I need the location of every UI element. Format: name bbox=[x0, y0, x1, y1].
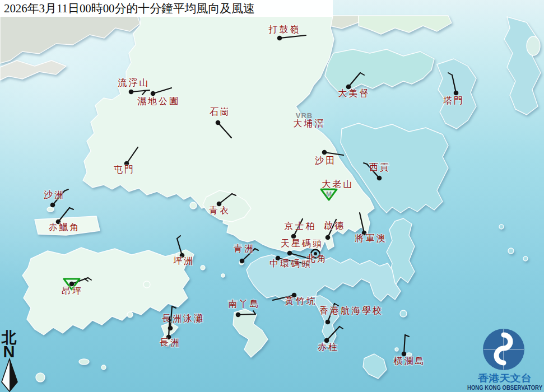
map-title: 2026年3月11日00時00分的十分鐘平均風向及風速 bbox=[4, 2, 255, 15]
island-soko-2 bbox=[101, 365, 106, 370]
station-label: 大美督 bbox=[338, 88, 370, 98]
station-label: 屯門 bbox=[114, 165, 135, 174]
island-tung-lung bbox=[400, 310, 407, 317]
station-dot bbox=[402, 352, 407, 357]
station-label: 沙洲 bbox=[44, 190, 65, 199]
station-label: 沙田 bbox=[315, 156, 336, 165]
island-small-1 bbox=[221, 274, 225, 277]
station-label: 中環碼頭 bbox=[269, 259, 312, 268]
station-label: 坪洲 bbox=[173, 256, 194, 265]
missing-data-label: M bbox=[326, 190, 332, 198]
station-label: 青洲 bbox=[234, 244, 255, 253]
station-dot bbox=[236, 312, 241, 318]
station-label: 啟德 bbox=[324, 221, 345, 230]
station-label: 將軍澳 bbox=[355, 234, 387, 243]
station-label: 西貢 bbox=[369, 162, 390, 172]
station-label: 黃竹坑 bbox=[285, 296, 317, 306]
island-soko-3 bbox=[36, 373, 45, 382]
station-dot bbox=[287, 251, 292, 256]
station-dot bbox=[322, 150, 327, 155]
island-ninepin-3 bbox=[499, 225, 504, 229]
compass-north-letter: N bbox=[3, 343, 15, 361]
island-ma-wan bbox=[190, 202, 197, 209]
station-label: 赤鱲角 bbox=[49, 222, 81, 232]
station-label: 昂坪 bbox=[62, 286, 83, 296]
station-label: 南丫島 bbox=[229, 299, 261, 309]
station-label: 赤柱 bbox=[318, 342, 339, 352]
station-dot bbox=[326, 320, 331, 325]
island-soko-1 bbox=[79, 359, 89, 365]
island-ninepin-2 bbox=[523, 256, 528, 261]
station-label: 橫瀾島 bbox=[394, 356, 426, 366]
station-dot bbox=[291, 234, 296, 239]
station-dot bbox=[377, 176, 382, 181]
title-bar: 2026年3月11日00時00分的十分鐘平均風向及風速 bbox=[0, 0, 333, 17]
island-waglan-1 bbox=[395, 348, 398, 351]
station-label: 京士柏 bbox=[285, 221, 317, 231]
island-ninepin-1 bbox=[508, 248, 514, 254]
station-dot bbox=[151, 91, 156, 96]
station-dot bbox=[129, 90, 134, 95]
station-label: 濕地公園 bbox=[137, 96, 180, 106]
station-label: 打鼓嶺 bbox=[268, 25, 301, 34]
wind-map: 打鼓嶺流浮山濕地公園石崗大美督塔門VRB大埔滘沙田西貢M大老山屯門沙洲赤鱲角青衣… bbox=[0, 0, 544, 392]
island-hei-ling-chau bbox=[143, 281, 150, 288]
station-dot bbox=[326, 235, 331, 240]
island-crescent bbox=[527, 36, 540, 55]
station-label: 長洲泳灘 bbox=[162, 314, 204, 323]
station-label: 大老山 bbox=[322, 179, 354, 189]
hko-logo-name-zh: 香港天文台 bbox=[477, 373, 532, 384]
wind-barb-shaft bbox=[238, 314, 255, 315]
station-label: 香港航海學校 bbox=[319, 306, 383, 315]
map-svg: 打鼓嶺流浮山濕地公園石崗大美督塔門VRB大埔滘沙田西貢M大老山屯門沙洲赤鱲角青衣… bbox=[0, 0, 544, 392]
station-dot bbox=[69, 282, 75, 287]
station-label: 長洲 bbox=[160, 338, 181, 347]
station-label: 天星碼頭 bbox=[281, 239, 323, 248]
station-dot bbox=[216, 120, 221, 125]
station-dot bbox=[50, 203, 55, 208]
station-dot bbox=[240, 259, 245, 264]
island-shek-kwu-chau bbox=[127, 312, 133, 318]
island-kau-yi-chau bbox=[201, 265, 205, 270]
station-label: 石崗 bbox=[210, 107, 231, 116]
station-dot bbox=[277, 36, 282, 41]
hko-logo-name-en: HONG KONG OBSERVATORY bbox=[467, 384, 542, 391]
station-label: 青衣 bbox=[209, 206, 230, 215]
station-label: 流浮山 bbox=[118, 78, 150, 87]
station-label: 大埔滘 bbox=[294, 119, 326, 128]
station-label: 塔門 bbox=[443, 96, 464, 105]
station-dot bbox=[454, 91, 459, 96]
island-sha-chau bbox=[47, 207, 54, 212]
